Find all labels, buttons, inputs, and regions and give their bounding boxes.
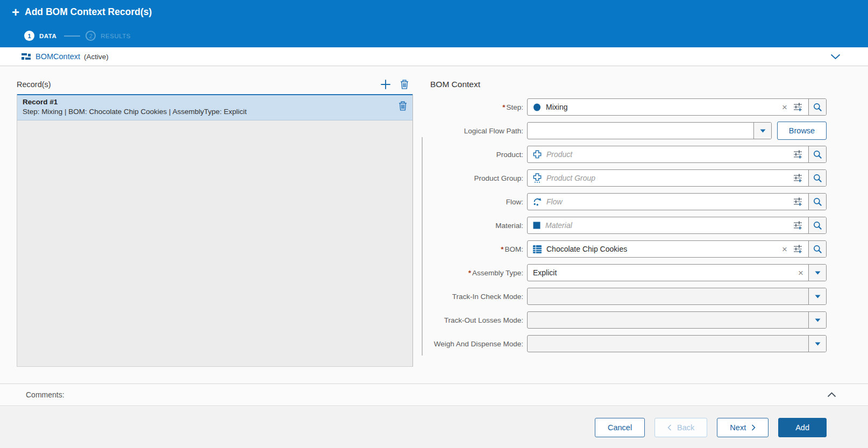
material-input-text[interactable]: Material bbox=[528, 217, 792, 233]
comments-bar[interactable]: Comments: bbox=[0, 383, 868, 406]
product-input-text[interactable]: Product bbox=[528, 146, 792, 162]
step-label: DATA bbox=[39, 33, 56, 39]
dropdown-button[interactable] bbox=[753, 123, 771, 139]
form-scrollbar[interactable] bbox=[422, 137, 423, 355]
browse-button[interactable]: Browse bbox=[777, 122, 827, 140]
chevron-down-icon[interactable] bbox=[830, 54, 841, 60]
material-tail bbox=[792, 217, 808, 233]
product-input[interactable]: Product bbox=[527, 146, 827, 163]
context-bar[interactable]: BOMContext (Active) bbox=[0, 47, 868, 66]
step-tail: × bbox=[777, 99, 808, 115]
wizard-step-results[interactable]: 2RESULTS bbox=[86, 31, 131, 41]
button-label: Back bbox=[677, 423, 694, 432]
label-text: Weigh And Dispense Mode: bbox=[434, 340, 523, 348]
bom-input-text[interactable]: Chocolate Chip Cookies bbox=[528, 241, 777, 257]
field-product: Product:Product bbox=[430, 146, 827, 163]
product-group-input-text[interactable]: Product Group bbox=[528, 170, 792, 186]
label-text: Product: bbox=[496, 151, 523, 159]
record-subtitle: Step: Mixing | BOM: Chocolate Chip Cooki… bbox=[23, 108, 389, 116]
cancel-button[interactable]: Cancel bbox=[595, 418, 645, 437]
product-group-label: Product Group: bbox=[430, 174, 527, 182]
track-out-losses-mode-control bbox=[527, 311, 827, 329]
dropdown-button[interactable] bbox=[808, 288, 826, 304]
dialog-title-row: + Add BOM Context Record(s) bbox=[12, 6, 152, 18]
filter-icon[interactable] bbox=[792, 221, 808, 230]
button-label: Next bbox=[730, 423, 746, 432]
field-bom: *BOM:Chocolate Chip Cookies× bbox=[430, 240, 827, 258]
step-input[interactable]: Mixing× bbox=[527, 98, 827, 116]
assembly-type-input[interactable]: Explicit× bbox=[527, 264, 827, 281]
delete-record-icon[interactable] bbox=[399, 101, 407, 111]
dropdown-button[interactable] bbox=[808, 265, 826, 281]
filter-icon[interactable] bbox=[792, 174, 808, 182]
record-title: Record #1 bbox=[23, 98, 389, 106]
weigh-and-dispense-mode-input[interactable] bbox=[527, 335, 827, 352]
wizard-steps: 1DATA2RESULTS bbox=[24, 31, 131, 41]
context-entity-name: BOMContext bbox=[35, 52, 80, 61]
bom-icon bbox=[533, 245, 542, 253]
label-text: BOM: bbox=[504, 245, 523, 253]
filter-icon[interactable] bbox=[792, 103, 808, 111]
record-list: Record #1Step: Mixing | BOM: Chocolate C… bbox=[17, 94, 413, 367]
search-button[interactable] bbox=[808, 241, 826, 257]
wizard-step-data[interactable]: 1DATA bbox=[24, 31, 56, 41]
track-out-losses-mode-label: Track-Out Losses Mode: bbox=[430, 316, 527, 324]
step-icon bbox=[533, 103, 541, 111]
back-button[interactable]: Back bbox=[654, 418, 707, 437]
required-marker: * bbox=[502, 103, 505, 111]
delete-records-button[interactable] bbox=[400, 80, 409, 89]
track-in-check-mode-input[interactable] bbox=[527, 288, 827, 305]
product-label: Product: bbox=[430, 151, 527, 159]
required-marker: * bbox=[468, 269, 471, 277]
page-title: Add BOM Context Record(s) bbox=[25, 6, 152, 18]
search-button[interactable] bbox=[808, 217, 826, 233]
add-record-button[interactable] bbox=[380, 79, 391, 90]
dropdown-button[interactable] bbox=[808, 312, 826, 328]
required-marker: * bbox=[501, 245, 503, 253]
field-track-in-check-mode: Track-In Check Mode: bbox=[430, 288, 827, 305]
clear-icon[interactable]: × bbox=[777, 245, 792, 254]
product-control: Product bbox=[527, 146, 827, 163]
records-actions bbox=[380, 79, 413, 90]
add-button[interactable]: Add bbox=[778, 418, 827, 437]
search-button[interactable] bbox=[808, 194, 826, 210]
bom-input[interactable]: Chocolate Chip Cookies× bbox=[527, 240, 827, 258]
material-label: Material: bbox=[430, 222, 527, 230]
track-in-check-mode-input-text[interactable] bbox=[528, 288, 808, 304]
material-placeholder: Material bbox=[545, 221, 572, 230]
label-text: Track-Out Losses Mode: bbox=[444, 316, 523, 324]
flow-input[interactable]: Flow bbox=[527, 193, 827, 210]
product-group-input[interactable]: Product Group bbox=[527, 169, 827, 187]
logical-flow-path-input-text[interactable] bbox=[528, 123, 753, 139]
filter-icon[interactable] bbox=[792, 150, 808, 159]
search-button[interactable] bbox=[808, 146, 826, 162]
next-button[interactable]: Next bbox=[717, 418, 769, 437]
step-label: RESULTS bbox=[101, 33, 131, 39]
track-out-losses-mode-input-text[interactable] bbox=[528, 312, 808, 328]
dialog-header: + Add BOM Context Record(s) 1DATA2RESULT… bbox=[0, 0, 868, 47]
step-input-text[interactable]: Mixing bbox=[528, 99, 777, 115]
filter-icon[interactable] bbox=[792, 197, 808, 206]
chevron-up-icon[interactable] bbox=[827, 392, 836, 397]
filter-icon[interactable] bbox=[792, 245, 808, 253]
add-icon: + bbox=[12, 8, 19, 17]
label-text: Track-In Check Mode: bbox=[452, 293, 523, 301]
clear-icon[interactable]: × bbox=[777, 103, 792, 112]
record-item[interactable]: Record #1Step: Mixing | BOM: Chocolate C… bbox=[17, 94, 412, 120]
search-button[interactable] bbox=[808, 99, 826, 115]
assembly-type-input-text[interactable]: Explicit bbox=[528, 265, 793, 281]
flow-icon bbox=[533, 197, 542, 206]
assembly-type-value: Explicit bbox=[533, 268, 557, 277]
track-out-losses-mode-input[interactable] bbox=[527, 311, 827, 329]
logical-flow-path-input[interactable] bbox=[527, 122, 772, 139]
material-input[interactable]: Material bbox=[527, 217, 827, 234]
step-label: *Step: bbox=[430, 103, 527, 111]
weigh-and-dispense-mode-input-text[interactable] bbox=[528, 336, 808, 352]
clear-icon[interactable]: × bbox=[793, 268, 808, 278]
flow-input-text[interactable]: Flow bbox=[528, 194, 792, 210]
search-button[interactable] bbox=[808, 170, 826, 186]
field-step: *Step:Mixing× bbox=[430, 98, 827, 116]
bom-label: *BOM: bbox=[430, 245, 527, 253]
assembly-type-control: Explicit× bbox=[527, 264, 827, 281]
dropdown-button[interactable] bbox=[808, 336, 826, 352]
